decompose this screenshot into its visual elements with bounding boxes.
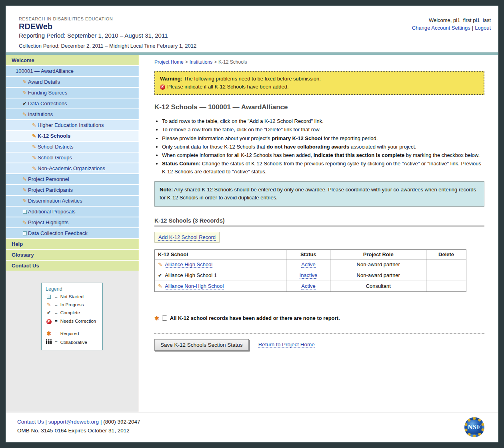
sidebar-item-help[interactable]: Help — [6, 239, 139, 249]
sidebar-item-institutions[interactable]: ✎Institutions — [6, 109, 139, 119]
desktop-background: RESEARCH IN DISABILITIES EDUCATION RDEWe… — [0, 0, 504, 448]
pencil-icon: ✎ — [31, 131, 38, 141]
school-name-text: Alliance High School 1 — [165, 272, 217, 278]
note-box: Note: Any shared K-12 Schools should be … — [154, 181, 484, 206]
header-branding: RESEARCH IN DISABILITIES EDUCATION RDEWe… — [19, 16, 196, 51]
pencil-icon: ✎ — [21, 109, 28, 119]
school-name-link[interactable]: Alliance High School — [165, 261, 212, 268]
sidebar-item-funding-sources[interactable]: ✎Funding Sources — [6, 88, 139, 98]
delete-cell — [426, 281, 466, 291]
return-to-project-home-link[interactable]: Return to Project Home — [258, 342, 315, 348]
sidebar-item-welcome[interactable]: Welcome — [6, 55, 139, 65]
sidebar-item-dissemination[interactable]: ✎Dissemination Activities — [6, 196, 139, 206]
sidebar-item-school-districts[interactable]: ✎School Districts — [6, 142, 139, 152]
pencil-icon: ✎ — [21, 196, 28, 206]
account-area: Welcome, pi1_first pi1_last Change Accou… — [412, 16, 491, 51]
breadcrumb-current: K-12 Schools — [218, 59, 247, 65]
sidebar-item-k12-schools[interactable]: ✎K-12 Schools — [6, 131, 139, 141]
sidebar-item-non-academic[interactable]: ✎Non-Academic Organizations — [6, 163, 139, 173]
pencil-icon: ✎ — [21, 77, 28, 87]
column-header-role: Project Role — [330, 249, 426, 259]
add-record-link[interactable]: Add K-12 School Record — [158, 234, 216, 241]
section-complete-label: All K-12 school records have been added … — [170, 315, 340, 321]
footer-contact-us-link[interactable]: Contact Us — [17, 419, 44, 425]
people-icon — [46, 339, 52, 345]
actions-divider — [154, 333, 484, 334]
sidebar-item-project-participants[interactable]: ✎Project Participants — [6, 185, 139, 195]
nsf-logo: NSF — [464, 417, 484, 437]
page-header: RESEARCH IN DISABILITIES EDUCATION RDEWe… — [6, 6, 498, 51]
sidebar-item-project-highlights[interactable]: ✎Project Highlights — [6, 217, 139, 227]
logout-link[interactable]: Logout — [475, 25, 491, 31]
pencil-icon: ✎ — [31, 163, 38, 173]
breadcrumb: Project Home>Institutions>K-12 Schools — [154, 59, 484, 65]
legend-item-needs-correction: ✗=Needs Correction — [46, 318, 98, 324]
project-role-value: Consultant — [366, 283, 391, 289]
change-account-settings-link[interactable]: Change Account Settings — [412, 25, 470, 31]
pencil-icon: ✎ — [46, 301, 52, 307]
instruction-bullet: Only submit data for those K-12 Schools … — [162, 143, 484, 151]
legend-item-in-progress: ✎=In Progress — [46, 301, 98, 307]
footer-email-link[interactable]: support@rdeweb.org — [48, 419, 99, 425]
project-role-value: Non-award partner — [357, 261, 400, 267]
sidebar-nav: Welcome 100001 — AwardAlliance ✎Award De… — [6, 55, 139, 271]
omb-notice: OMB No. 3145-0164 Expires October 31, 20… — [17, 428, 140, 434]
reporting-period: Reporting Period: September 1, 2010 – Au… — [19, 32, 196, 39]
column-header-school: K-12 School — [155, 249, 286, 259]
delete-cell — [426, 270, 466, 281]
pencil-icon: ✎ — [158, 283, 165, 289]
note-label: Note: — [160, 187, 173, 193]
page-title: K-12 Schools — 100001 — AwardAlliance — [154, 103, 484, 111]
warning-item-text: Please indicate if all K-12 Schools have… — [167, 83, 289, 91]
breadcrumb-institutions-link[interactable]: Institutions — [190, 59, 212, 65]
app-title: RDEWeb — [19, 22, 196, 31]
required-asterisk-icon: ✱ — [154, 315, 159, 321]
pencil-icon: ✎ — [21, 88, 28, 98]
instruction-bullet: Status Column: Change the status of K-12… — [162, 160, 484, 176]
not-started-checkbox-icon — [21, 207, 28, 217]
table-row: ✎Alliance High School Active Non-award p… — [155, 259, 466, 270]
check-icon: ✔ — [158, 273, 165, 278]
column-header-status: Status — [286, 249, 330, 259]
status-toggle-link[interactable]: Active — [301, 283, 315, 289]
page-footer: Contact Us | support@rdeweb.org | (800) … — [6, 412, 498, 442]
legend-item-required: ✱=Required — [46, 330, 98, 337]
check-icon: ✔ — [21, 99, 28, 108]
status-toggle-link[interactable]: Active — [301, 261, 315, 268]
table-row: ✎Alliance Non-High School Active Consult… — [155, 281, 466, 291]
check-icon: ✔ — [46, 310, 52, 315]
pencil-icon: ✎ — [31, 153, 38, 163]
link-separator: | — [472, 25, 473, 31]
pencil-icon: ✎ — [31, 142, 38, 152]
sidebar-item-school-groups[interactable]: ✎School Groups — [6, 153, 139, 163]
warning-label: Warning: — [160, 76, 182, 82]
sidebar-item-data-corrections[interactable]: ✔Data Corrections — [6, 98, 139, 108]
sidebar-item-data-collection-feedback[interactable]: Data Collection Feedback — [6, 228, 139, 238]
program-eyebrow: RESEARCH IN DISABILITIES EDUCATION — [19, 16, 196, 21]
legend-item-not-started: =Not Started — [46, 294, 98, 299]
collection-period: Collection Period: December 2, 2011 – Mi… — [19, 43, 196, 49]
sidebar-item-additional-proposals[interactable]: Additional Proposals — [6, 207, 139, 217]
sidebar-item-glossary[interactable]: Glossary — [6, 250, 139, 260]
section-complete-checkbox[interactable] — [162, 315, 167, 321]
sidebar-item-award[interactable]: 100001 — AwardAlliance — [6, 66, 139, 76]
school-name-link[interactable]: Alliance Non-High School — [165, 283, 224, 289]
add-record-button[interactable]: Add K-12 School Record — [154, 232, 220, 243]
not-started-checkbox-icon — [46, 294, 52, 299]
column-header-delete: Delete — [426, 249, 466, 259]
instruction-bullet: To remove a row from the table, click on… — [162, 126, 484, 134]
sidebar-item-award-details[interactable]: ✎Award Details — [6, 77, 139, 87]
pencil-icon: ✎ — [21, 174, 28, 184]
sidebar-item-contact-us[interactable]: Contact Us — [6, 261, 139, 271]
status-toggle-link[interactable]: Inactive — [300, 272, 318, 279]
required-asterisk-icon: ✱ — [46, 330, 52, 337]
legend-title: Legend — [46, 286, 98, 292]
breadcrumb-project-home-link[interactable]: Project Home — [154, 59, 184, 65]
actions-row: Save K-12 Schools Section Status Return … — [154, 339, 484, 351]
sidebar: Welcome 100001 — AwardAlliance ✎Award De… — [6, 55, 139, 412]
save-section-status-button[interactable]: Save K-12 Schools Section Status — [154, 339, 249, 351]
sidebar-item-project-personnel[interactable]: ✎Project Personnel — [6, 174, 139, 184]
welcome-text: Welcome, pi1_first pi1_last — [412, 17, 491, 23]
section-complete-row: ✱ All K-12 school records have been adde… — [154, 315, 484, 321]
sidebar-item-higher-ed[interactable]: ✎Higher Education Institutions — [6, 120, 139, 130]
